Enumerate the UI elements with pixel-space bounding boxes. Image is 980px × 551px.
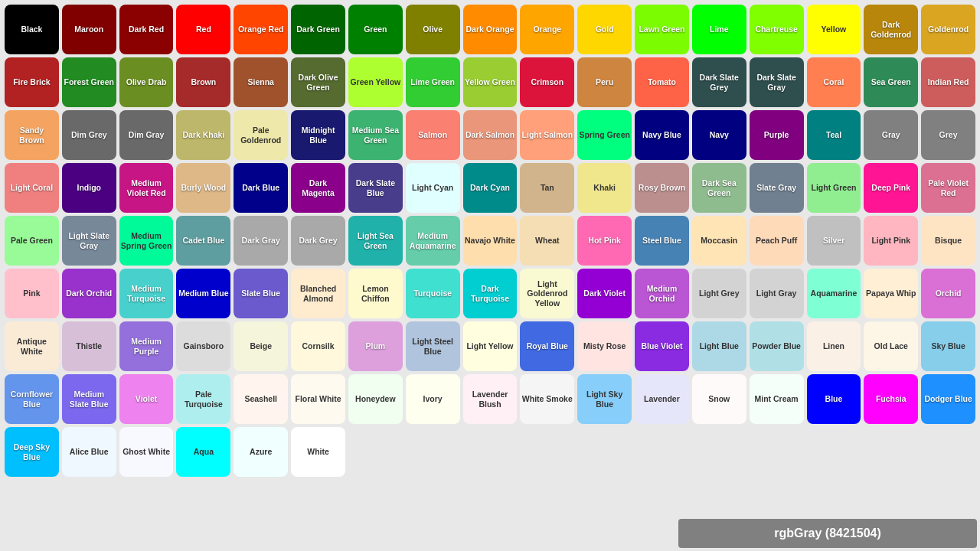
- color-cell-brown[interactable]: Brown: [176, 57, 230, 107]
- color-cell-orange[interactable]: Orange: [520, 5, 574, 54]
- color-cell-aquamarine[interactable]: Aquamarine: [807, 269, 861, 318]
- color-cell-blue-violet[interactable]: Blue Violet: [635, 321, 689, 371]
- color-cell-peach-puff[interactable]: Peach Puff: [750, 216, 804, 266]
- color-cell-seashell[interactable]: Seashell: [234, 374, 288, 424]
- color-cell-gold[interactable]: Gold: [577, 5, 632, 54]
- color-cell-light-cyan[interactable]: Light Cyan: [406, 163, 460, 213]
- color-cell-plum[interactable]: Plum: [348, 321, 403, 371]
- color-cell-dark-olive-green[interactable]: Dark Olive Green: [291, 57, 345, 107]
- color-cell-dark-turquoise[interactable]: Dark Turquoise: [463, 269, 518, 318]
- color-cell-medium-blue[interactable]: Medium Blue: [176, 269, 230, 318]
- color-cell-dark-orange[interactable]: Dark Orange: [463, 5, 518, 54]
- color-cell-gray[interactable]: Gray: [864, 110, 918, 160]
- color-cell-blue[interactable]: Blue: [807, 374, 861, 424]
- color-cell-pale-green[interactable]: Pale Green: [5, 216, 59, 266]
- color-cell-light-grey[interactable]: Light Grey: [692, 269, 746, 318]
- color-cell-spring-green[interactable]: Spring Green: [577, 110, 632, 160]
- color-cell-chartreuse[interactable]: Chartreuse: [750, 5, 804, 54]
- color-cell-orchid[interactable]: Orchid: [921, 269, 975, 318]
- color-cell-tomato[interactable]: Tomato: [635, 57, 689, 107]
- color-cell-cornsilk[interactable]: Cornsilk: [291, 321, 345, 371]
- color-cell-lime[interactable]: Lime: [692, 5, 746, 54]
- color-cell-light-pink[interactable]: Light Pink: [864, 216, 918, 266]
- color-cell-burly-wood[interactable]: Burly Wood: [176, 163, 230, 213]
- color-cell-misty-rose[interactable]: Misty Rose: [577, 321, 632, 371]
- color-cell-honeydew[interactable]: Honeydew: [348, 374, 403, 424]
- color-cell-dim-grey[interactable]: Dim Grey: [62, 110, 116, 160]
- color-cell-light-yellow[interactable]: Light Yellow: [463, 321, 518, 371]
- color-cell-black[interactable]: Black: [5, 5, 59, 54]
- color-cell-dark-slate-blue[interactable]: Dark Slate Blue: [348, 163, 403, 213]
- color-cell-floral-white[interactable]: Floral White: [291, 374, 345, 424]
- color-cell-crimson[interactable]: Crimson: [520, 57, 574, 107]
- color-cell-rosy-brown[interactable]: Rosy Brown: [635, 163, 689, 213]
- color-cell-gainsboro[interactable]: Gainsboro: [176, 321, 230, 371]
- color-cell-coral[interactable]: Coral: [807, 57, 861, 107]
- color-cell-royal-blue[interactable]: Royal Blue: [520, 321, 574, 371]
- color-cell-light-goldenrod-yellow[interactable]: Light Goldenrod Yellow: [520, 269, 574, 318]
- color-cell-medium-orchid[interactable]: Medium Orchid: [635, 269, 689, 318]
- color-cell-lavender[interactable]: Lavender: [635, 374, 689, 424]
- color-cell-azure[interactable]: Azure: [234, 427, 288, 477]
- color-cell-powder-blue[interactable]: Powder Blue: [750, 321, 804, 371]
- color-cell-dark-violet[interactable]: Dark Violet: [577, 269, 632, 318]
- color-cell-alice-blue[interactable]: Alice Blue: [62, 427, 116, 477]
- color-cell-moccasin[interactable]: Moccasin: [692, 216, 746, 266]
- color-cell-bisque[interactable]: Bisque: [921, 216, 975, 266]
- color-cell-maroon[interactable]: Maroon: [62, 5, 116, 54]
- color-cell-peru[interactable]: Peru: [577, 57, 632, 107]
- color-cell-ivory[interactable]: Ivory: [406, 374, 460, 424]
- color-cell-dark-goldenrod[interactable]: Dark Goldenrod: [864, 5, 918, 54]
- color-cell-white-smoke[interactable]: White Smoke: [520, 374, 574, 424]
- color-cell-olive-drab[interactable]: Olive Drab: [119, 57, 174, 107]
- color-cell-salmon[interactable]: Salmon: [406, 110, 460, 160]
- color-cell-navajo-white[interactable]: Navajo White: [463, 216, 518, 266]
- color-cell-sandy-brown[interactable]: Sandy Brown: [5, 110, 59, 160]
- color-cell-dark-blue[interactable]: Dark Blue: [234, 163, 288, 213]
- color-cell-wheat[interactable]: Wheat: [520, 216, 574, 266]
- color-cell-light-blue[interactable]: Light Blue: [692, 321, 746, 371]
- color-cell-dark-green[interactable]: Dark Green: [291, 5, 345, 54]
- color-cell-red[interactable]: Red: [176, 5, 230, 54]
- color-cell-midnight-blue[interactable]: Midnight Blue: [291, 110, 345, 160]
- color-cell-dark-red[interactable]: Dark Red: [119, 5, 174, 54]
- color-cell-deep-pink[interactable]: Deep Pink: [864, 163, 918, 213]
- color-cell-indian-red[interactable]: Indian Red: [921, 57, 975, 107]
- color-cell-purple[interactable]: Purple: [750, 110, 804, 160]
- color-cell-medium-aquamarine[interactable]: Medium Aquamarine: [406, 216, 460, 266]
- color-cell-pale-goldenrod[interactable]: Pale Goldenrod: [234, 110, 288, 160]
- color-cell-medium-spring-green[interactable]: Medium Spring Green: [119, 216, 174, 266]
- color-cell-sky-blue[interactable]: Sky Blue: [921, 321, 975, 371]
- color-cell-light-slate-gray[interactable]: Light Slate Gray: [62, 216, 116, 266]
- color-cell-yellow-green[interactable]: Yellow Green: [463, 57, 518, 107]
- color-cell-light-steel-blue[interactable]: Light Steel Blue: [406, 321, 460, 371]
- color-cell-thistle[interactable]: Thistle: [62, 321, 116, 371]
- color-cell-dim-gray[interactable]: Dim Gray: [119, 110, 174, 160]
- color-cell-slate-blue[interactable]: Slate Blue: [234, 269, 288, 318]
- color-cell-light-salmon[interactable]: Light Salmon: [520, 110, 574, 160]
- color-cell-green-yellow[interactable]: Green Yellow: [348, 57, 403, 107]
- color-cell-tan[interactable]: Tan: [520, 163, 574, 213]
- color-cell-dark-sea-green[interactable]: Dark Sea Green: [692, 163, 746, 213]
- color-cell-medium-sea-green[interactable]: Medium Sea Green: [348, 110, 403, 160]
- color-cell-hot-pink[interactable]: Hot Pink: [577, 216, 632, 266]
- color-cell-old-lace[interactable]: Old Lace: [864, 321, 918, 371]
- color-cell-light-gray[interactable]: Light Gray: [750, 269, 804, 318]
- color-cell-lavender-blush[interactable]: Lavender Blush: [463, 374, 518, 424]
- color-cell-medium-slate-blue[interactable]: Medium Slate Blue: [62, 374, 116, 424]
- color-cell-antique-white[interactable]: Antique White: [5, 321, 59, 371]
- color-cell-fuchsia[interactable]: Fuchsia: [864, 374, 918, 424]
- color-cell-navy[interactable]: Navy: [692, 110, 746, 160]
- color-cell-pale-turquoise[interactable]: Pale Turquoise: [176, 374, 230, 424]
- color-cell-silver[interactable]: Silver: [807, 216, 861, 266]
- color-cell-steel-blue[interactable]: Steel Blue: [635, 216, 689, 266]
- color-cell-light-green[interactable]: Light Green: [807, 163, 861, 213]
- color-cell-lime-green[interactable]: Lime Green: [406, 57, 460, 107]
- color-cell-linen[interactable]: Linen: [807, 321, 861, 371]
- color-cell-violet[interactable]: Violet: [119, 374, 174, 424]
- color-cell-dark-cyan[interactable]: Dark Cyan: [463, 163, 518, 213]
- color-cell-dark-salmon[interactable]: Dark Salmon: [463, 110, 518, 160]
- color-cell-fire-brick[interactable]: Fire Brick: [5, 57, 59, 107]
- color-cell-slate-gray[interactable]: Slate Gray: [750, 163, 804, 213]
- color-cell-beige[interactable]: Beige: [234, 321, 288, 371]
